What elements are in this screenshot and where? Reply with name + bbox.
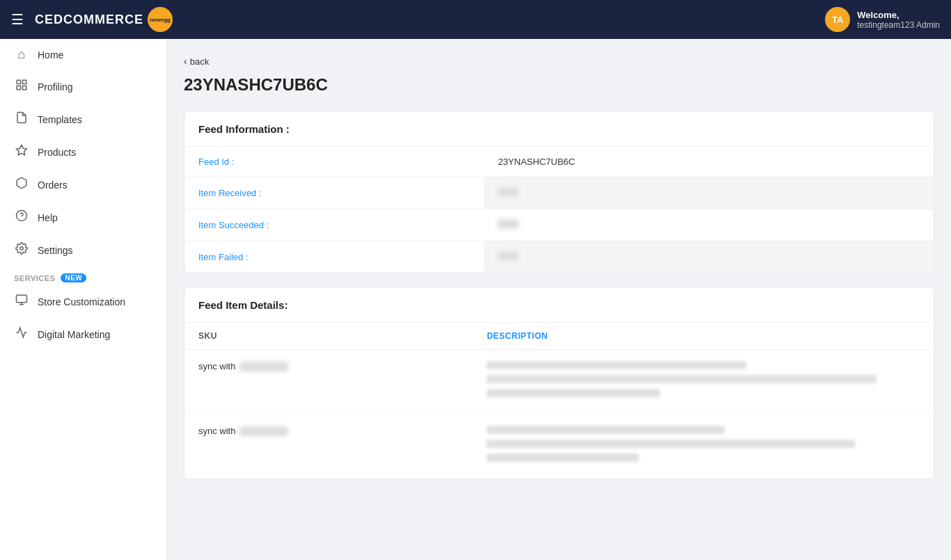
feed-info-header: Feed Information : xyxy=(184,112,934,147)
logo-area: CEDCOMMERCE newegg xyxy=(35,7,825,32)
back-button[interactable]: ‹ back xyxy=(184,56,934,67)
main-content: ‹ back 23YNASHC7UB6C Feed Information : … xyxy=(167,39,951,560)
services-label: SERVICES xyxy=(14,274,55,282)
feed-desc-1 xyxy=(487,361,920,403)
item-failed-label: Item Failed : xyxy=(184,241,484,273)
hamburger-menu[interactable]: ☰ xyxy=(11,11,24,28)
sync-with-label-1: sync with xyxy=(198,361,235,371)
sidebar-item-profiling[interactable]: Profiling xyxy=(0,70,166,103)
back-label: back xyxy=(190,56,209,67)
table-row: Feed Id : 23YNASHC7UB6C xyxy=(184,147,934,177)
desc-line xyxy=(487,361,746,369)
col-sku-header: SKU xyxy=(198,331,487,341)
list-item: sync with xyxy=(184,415,934,479)
sidebar-item-label-profiling: Profiling xyxy=(38,81,73,93)
sidebar-item-label-home: Home xyxy=(38,49,63,61)
sidebar-item-label-marketing: Digital Marketing xyxy=(38,329,110,340)
item-succeeded-value xyxy=(484,209,934,241)
chevron-left-icon: ‹ xyxy=(184,56,187,67)
sidebar-item-orders[interactable]: Orders xyxy=(0,168,166,201)
sidebar-item-label-products: Products xyxy=(38,147,76,158)
sidebar-item-products[interactable]: Products xyxy=(0,136,166,168)
svg-rect-3 xyxy=(23,86,26,90)
sidebar-item-store-customization[interactable]: Store Customization xyxy=(0,285,166,318)
item-received-label: Item Received : xyxy=(184,177,484,209)
feed-id-label: Feed Id : xyxy=(184,147,484,177)
svg-point-7 xyxy=(20,247,24,250)
store-customization-icon xyxy=(14,294,29,310)
table-row: Item Failed : xyxy=(184,241,934,273)
orders-icon xyxy=(14,177,29,193)
top-navigation: ☰ CEDCOMMERCE newegg TA Welcome, testing… xyxy=(0,0,951,39)
item-succeeded-label: Item Succeeded : xyxy=(184,209,484,241)
desc-line xyxy=(487,454,638,462)
home-icon: ⌂ xyxy=(14,47,29,62)
table-row: Item Succeeded : xyxy=(184,209,934,241)
sidebar-item-templates[interactable]: Templates xyxy=(0,103,166,136)
svg-rect-0 xyxy=(17,80,20,83)
blurred-value xyxy=(498,251,519,261)
feed-desc-2 xyxy=(487,426,920,467)
digital-marketing-icon xyxy=(14,326,29,342)
list-item: sync with xyxy=(184,350,934,415)
blurred-sku-2 xyxy=(239,426,288,436)
sidebar-item-label-templates: Templates xyxy=(38,114,82,125)
profiling-icon xyxy=(14,79,29,95)
desc-line xyxy=(487,375,876,383)
desc-line xyxy=(487,440,854,448)
feed-sku-2: sync with xyxy=(198,426,487,436)
feed-id-value: 23YNASHC7UB6C xyxy=(484,147,934,177)
sidebar-item-label-store: Store Customization xyxy=(38,296,125,307)
item-failed-value xyxy=(484,241,934,273)
user-area: TA Welcome, testingteam123 Admin xyxy=(825,7,940,32)
feed-items-card: Feed Item Details: SKU DESCRIPTION sync … xyxy=(184,287,934,479)
help-icon xyxy=(14,209,29,225)
desc-line xyxy=(487,389,660,397)
sidebar-item-digital-marketing[interactable]: Digital Marketing xyxy=(0,318,166,351)
new-badge: NEW xyxy=(61,273,86,282)
feed-information-card: Feed Information : Feed Id : 23YNASHC7UB… xyxy=(184,111,934,273)
sidebar: ⌂ Home Profiling Templates Products Or xyxy=(0,39,167,560)
logo-badge: newegg xyxy=(148,7,173,32)
feed-info-table: Feed Id : 23YNASHC7UB6C Item Received : … xyxy=(184,147,934,273)
svg-rect-2 xyxy=(17,86,20,90)
sidebar-item-home[interactable]: ⌂ Home xyxy=(0,39,166,70)
blurred-value xyxy=(498,187,519,197)
svg-rect-1 xyxy=(23,80,26,83)
svg-rect-8 xyxy=(17,295,27,303)
services-section: SERVICES NEW xyxy=(0,266,166,285)
sidebar-item-label-orders: Orders xyxy=(38,179,68,191)
desc-line xyxy=(487,426,725,434)
sidebar-item-label-help: Help xyxy=(38,212,58,223)
svg-marker-4 xyxy=(17,145,27,155)
products-icon xyxy=(14,144,29,160)
feed-items-header-title: Feed Item Details: xyxy=(184,288,934,323)
avatar: TA xyxy=(825,7,850,32)
sync-with-label-2: sync with xyxy=(198,426,235,436)
feed-sku-1: sync with xyxy=(198,361,487,371)
sidebar-item-label-settings: Settings xyxy=(38,245,73,256)
feed-items-column-headers: SKU DESCRIPTION xyxy=(184,323,934,350)
page-title: 23YNASHC7UB6C xyxy=(184,75,934,95)
welcome-label: Welcome, xyxy=(857,10,940,20)
user-info: Welcome, testingteam123 Admin xyxy=(857,10,940,30)
sidebar-item-settings[interactable]: Settings xyxy=(0,234,166,266)
app-layout: ⌂ Home Profiling Templates Products Or xyxy=(0,39,951,560)
table-row: Item Received : xyxy=(184,177,934,209)
blurred-value xyxy=(498,219,519,229)
col-desc-header: DESCRIPTION xyxy=(487,331,920,341)
logo-text: CEDCOMMERCE xyxy=(35,13,143,27)
blurred-sku-1 xyxy=(239,362,288,371)
item-received-value xyxy=(484,177,934,209)
templates-icon xyxy=(14,111,29,127)
username-label: testingteam123 Admin xyxy=(857,20,940,30)
settings-icon xyxy=(14,242,29,258)
sidebar-item-help[interactable]: Help xyxy=(0,201,166,234)
